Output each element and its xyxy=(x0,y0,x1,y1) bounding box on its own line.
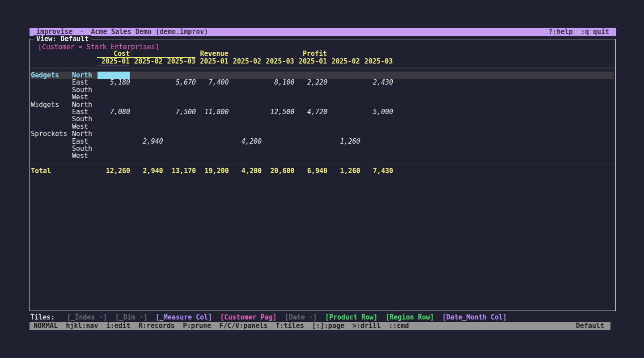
pivot-cell[interactable]: 11,800 xyxy=(196,108,229,115)
region-label[interactable]: North xyxy=(72,72,92,79)
tile-date[interactable]: [Date ·] xyxy=(285,313,317,321)
pivot-cell[interactable]: 4,720 xyxy=(295,108,328,115)
keybinding-hint: T:tiles xyxy=(276,322,304,330)
month-column-header[interactable]: 2025-01 xyxy=(294,58,327,65)
pivot-cell[interactable]: 5,180 xyxy=(97,79,131,86)
pivot-body: GadgetsNorthEast5,1805,6707,4008,1002,22… xyxy=(30,72,614,160)
month-column-header[interactable]: 2025-03 xyxy=(261,58,294,65)
total-cell: 20,600 xyxy=(262,167,295,175)
pivot-cell[interactable]: 7,400 xyxy=(196,79,229,86)
tile-regionrow[interactable]: [Region Row] xyxy=(386,313,434,321)
region-label[interactable]: East xyxy=(72,108,88,115)
pivot-cell[interactable]: 1,260 xyxy=(327,138,360,145)
month-header-row: 2025-012025-022025-032025-012025-022025-… xyxy=(30,58,615,65)
keybinding-hint: i:edit xyxy=(106,322,130,330)
region-label[interactable]: West xyxy=(72,123,88,130)
month-column-header[interactable]: 2025-01 xyxy=(195,58,229,65)
header-separator xyxy=(30,68,615,68)
pivot-cell[interactable]: 2,940 xyxy=(130,138,163,145)
keybinding-hint: >:drill xyxy=(352,322,381,330)
keybinding-hint: P:prune xyxy=(183,322,211,330)
keybinding-hint: F/C/V:panels xyxy=(219,322,267,330)
status-hints: hjkl:navi:editR:recordsP:pruneF/C/V:pane… xyxy=(66,322,417,330)
pivot-cell[interactable]: 7,080 xyxy=(97,108,131,115)
month-column-header[interactable]: 2025-02 xyxy=(229,58,262,65)
help-hint: ?:help xyxy=(549,28,573,36)
product-label[interactable]: Sprockets xyxy=(31,130,67,137)
measure-group-header[interactable]: Profit xyxy=(294,50,327,57)
table-row[interactable]: West xyxy=(30,123,614,130)
product-label[interactable]: Gadgets xyxy=(31,72,59,79)
pivot-cell[interactable]: 5,670 xyxy=(163,79,196,86)
tile-customerpag[interactable]: [Customer Pag] xyxy=(220,313,276,321)
region-label[interactable]: West xyxy=(72,152,88,159)
view-title: View: Default xyxy=(34,35,91,43)
tile-productrow[interactable]: [Product Row] xyxy=(325,313,377,321)
total-cell: 13,170 xyxy=(163,167,196,175)
product-label[interactable]: Widgets xyxy=(31,101,59,108)
tile-measurecol[interactable]: [_Measure Col] xyxy=(156,313,212,321)
region-label[interactable]: North xyxy=(72,130,92,137)
tiles-list: [_Index ·][_Dim ·][_Measure Col][Custome… xyxy=(67,313,515,321)
tiles-strip: Tiles: [_Index ·][_Dim ·][_Measure Col][… xyxy=(30,313,616,321)
total-cell: 12,260 xyxy=(97,167,131,175)
terminal-window: improvise · Acme Sales Demo (demo.improv… xyxy=(30,28,616,36)
table-row[interactable]: East7,0807,50011,80012,5004,7205,000 xyxy=(30,108,614,115)
table-row[interactable]: West xyxy=(30,152,614,159)
pivot-cell[interactable]: 8,100 xyxy=(262,79,295,86)
measure-group-header[interactable]: Revenue xyxy=(195,50,229,57)
month-column-header[interactable]: 2025-02 xyxy=(327,58,360,65)
total-cell: 2,940 xyxy=(130,167,163,175)
total-row: Total 12,2602,94013,17019,2004,20020,600… xyxy=(30,167,614,175)
pivot-cell[interactable]: 2,220 xyxy=(295,79,328,86)
table-row[interactable]: West xyxy=(30,94,614,101)
tile-dim[interactable]: [_Dim ·] xyxy=(115,313,148,321)
table-row[interactable]: South xyxy=(30,86,614,94)
measure-group-header-row: CostRevenueProfit xyxy=(30,50,615,58)
keybinding-hint: R:records xyxy=(139,322,175,330)
quit-hint: :q quit xyxy=(581,28,609,36)
table-row[interactable]: South xyxy=(30,145,614,152)
table-row[interactable]: SprocketsNorth xyxy=(30,130,614,137)
keybinding-hint: hjkl:nav xyxy=(66,322,98,330)
tile-index[interactable]: [_Index ·] xyxy=(67,313,107,321)
mode-indicator: NORMAL xyxy=(30,322,58,330)
region-label[interactable]: North xyxy=(72,101,92,108)
total-cell: 7,430 xyxy=(360,167,394,175)
keybinding-hint: [:]:page xyxy=(312,322,344,330)
tile-datemonthcol[interactable]: [Date_Month Col] xyxy=(442,313,507,321)
table-row[interactable]: South xyxy=(30,115,614,123)
document-title: Acme Sales Demo (demo.improv) xyxy=(91,28,208,36)
status-bar: NORMAL hjkl:navi:editR:recordsP:pruneF/C… xyxy=(30,322,610,330)
total-separator xyxy=(30,165,615,165)
region-label[interactable]: South xyxy=(72,86,92,94)
region-label[interactable]: South xyxy=(72,145,92,152)
table-row[interactable]: East5,1805,6707,4008,1002,2202,430 xyxy=(30,79,614,86)
table-row[interactable]: East2,9404,2001,260 xyxy=(30,138,614,145)
pivot-cell[interactable]: 2,430 xyxy=(360,79,394,86)
pivot-cell[interactable]: 12,500 xyxy=(262,108,295,115)
tiles-label: Tiles: xyxy=(30,313,55,321)
cursor-cell[interactable] xyxy=(97,72,131,79)
keybinding-hint: ::cmd xyxy=(389,322,409,330)
total-label: Total xyxy=(31,167,51,175)
table-row[interactable]: WidgetsNorth xyxy=(30,101,614,108)
pivot-cell[interactable]: 5,000 xyxy=(360,108,394,115)
total-cell: 4,200 xyxy=(229,167,262,175)
region-label[interactable]: West xyxy=(72,94,88,101)
title-bar: improvise · Acme Sales Demo (demo.improv… xyxy=(30,28,616,36)
table-row[interactable]: GadgetsNorth xyxy=(30,72,614,79)
region-label[interactable]: South xyxy=(72,115,92,123)
total-cell: 19,200 xyxy=(196,167,229,175)
status-view-name: Default xyxy=(576,322,610,330)
month-column-header[interactable]: 2025-03 xyxy=(360,58,393,65)
pivot-cell[interactable]: 4,200 xyxy=(229,138,262,145)
region-label[interactable]: East xyxy=(72,79,88,86)
month-column-header[interactable]: 2025-02 xyxy=(130,58,163,65)
pivot-cell[interactable]: 7,500 xyxy=(163,108,196,115)
region-label[interactable]: East xyxy=(72,138,88,145)
month-column-header[interactable]: 2025-01 xyxy=(97,58,130,65)
month-column-header[interactable]: 2025-03 xyxy=(163,58,196,65)
total-cell: 6,940 xyxy=(295,167,328,175)
measure-group-header[interactable]: Cost xyxy=(97,50,130,57)
